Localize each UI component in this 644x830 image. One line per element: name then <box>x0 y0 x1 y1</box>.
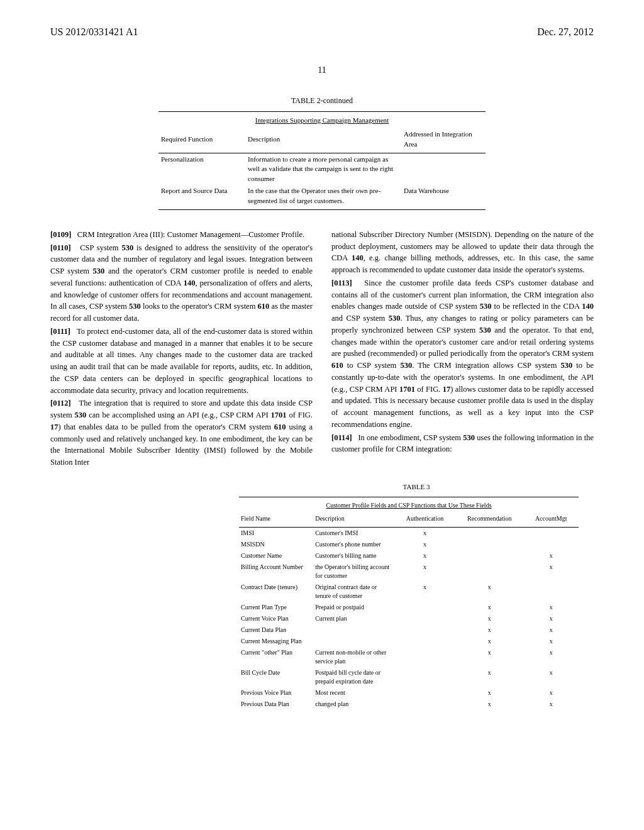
para-0112-right: national Subscriber Directory Number (MS… <box>331 229 594 276</box>
table-row: IMSICustomer's IMSIx <box>239 528 579 540</box>
table-row: PersonalizationInformation to create a m… <box>158 153 486 185</box>
table3-header-c1: Field Name <box>239 511 313 528</box>
table-row: Current Data Planxx <box>239 624 579 636</box>
table-row: Billing Account Numberthe Operator's bil… <box>239 562 579 582</box>
table3-header-c3: Authentication <box>394 511 456 528</box>
table-row: Bill Cycle DatePostpaid bill cycle date … <box>239 667 579 687</box>
page-number: 11 <box>50 64 594 77</box>
para-0111: [0111] To protect end-customer data, all… <box>50 326 313 397</box>
publication-number: US 2012/0331421 A1 <box>50 25 138 39</box>
table-row: Current Plan TypePrepaid or postpaidxx <box>239 602 579 613</box>
table-row: Contract Date (tenure)Original contract … <box>239 582 579 602</box>
table-row: Customer NameCustomer's billing namexx <box>239 550 579 562</box>
table-row: Report and Source DataIn the case that t… <box>158 185 486 209</box>
table2-header-c3: Addressed in Integration Area <box>401 126 486 153</box>
table2-subtitle: Integrations Supporting Campaign Managem… <box>158 111 486 126</box>
para-0113: [0113] Since the customer profile data f… <box>331 277 594 431</box>
table3: Customer Profile Fields and CSP Function… <box>239 497 579 710</box>
table3-title: TABLE 3 <box>239 482 594 492</box>
table2-header-c2: Description <box>245 126 401 153</box>
para-0110: [0110] CSP system 530 is designed to add… <box>50 242 313 324</box>
body-columns: [0109] CRM Integration Area (III): Custo… <box>50 229 594 470</box>
table2: Integrations Supporting Campaign Managem… <box>158 111 486 210</box>
table-row: Current Voice PlanCurrent planxx <box>239 613 579 624</box>
table-row: Previous Data Planchanged planxx <box>239 699 579 710</box>
left-column: [0109] CRM Integration Area (III): Custo… <box>50 229 313 470</box>
table3-container: TABLE 3 Customer Profile Fields and CSP … <box>239 482 594 710</box>
table2-header-c1: Required Function <box>158 126 245 153</box>
table2-container: TABLE 2-continued Integrations Supportin… <box>50 96 594 210</box>
para-0109: [0109] CRM Integration Area (III): Custo… <box>50 229 313 241</box>
para-0114: [0114] In one embodiment, CSP system 530… <box>331 432 594 456</box>
table-row: Current Messaging Planxx <box>239 636 579 647</box>
page-header: US 2012/0331421 A1 Dec. 27, 2012 <box>50 25 594 39</box>
table-row: Previous Voice PlanMost recentxx <box>239 687 579 699</box>
para-0112-left: [0112] The integration that is required … <box>50 397 313 468</box>
table3-subtitle: Customer Profile Fields and CSP Function… <box>239 497 579 511</box>
publication-date: Dec. 27, 2012 <box>537 25 594 39</box>
right-column: national Subscriber Directory Number (MS… <box>331 229 594 470</box>
table3-header-c5: AccountMgt <box>523 511 579 528</box>
table2-title: TABLE 2-continued <box>50 96 594 106</box>
table-row: Current "other" PlanCurrent non-mobile o… <box>239 647 579 667</box>
table3-header-c4: Recommendation <box>455 511 523 528</box>
table3-header-c2: Description <box>313 511 394 528</box>
table-row: MSISDNCustomer's phone numberx <box>239 539 579 550</box>
